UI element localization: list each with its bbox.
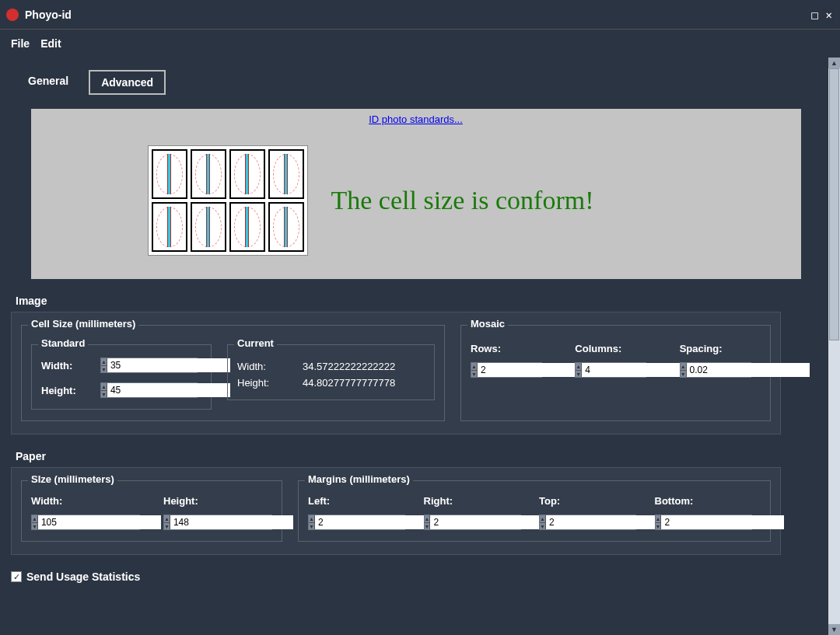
- preview-cell: [191, 149, 226, 199]
- margin-right-label: Right:: [424, 495, 530, 507]
- margin-left-label: Left:: [308, 495, 415, 507]
- tabs: General Advanced: [17, 70, 821, 95]
- spin-down-icon[interactable]: ▼: [101, 366, 107, 373]
- margin-right-spinbox[interactable]: ▲▼: [424, 515, 521, 530]
- standard-legend: Standard: [38, 337, 88, 349]
- margin-top-spinbox[interactable]: ▲▼: [539, 515, 636, 530]
- columns-spinbox[interactable]: ▲▼: [575, 362, 646, 378]
- cur-height-label: Height:: [237, 377, 292, 389]
- paper-width-spinbox[interactable]: ▲▼: [31, 515, 140, 530]
- paper-height-input[interactable]: [170, 515, 293, 529]
- menu-edit[interactable]: Edit: [40, 37, 61, 50]
- cur-width-label: Width:: [237, 361, 292, 372]
- image-section-title: Image: [16, 295, 821, 307]
- cell-size-fieldset: Cell Size (millimeters) Standard Width: …: [21, 325, 445, 421]
- margins-fieldset: Margins (millimeters) Left: ▲▼ Right: ▲▼: [298, 480, 771, 542]
- preview-cell: [191, 202, 226, 252]
- preview-cell: [152, 202, 187, 252]
- mosaic-preview: [148, 145, 308, 256]
- std-height-input[interactable]: [107, 383, 230, 397]
- spin-down-icon[interactable]: ▼: [576, 371, 581, 378]
- mosaic-legend: Mosaic: [467, 318, 508, 330]
- tab-general[interactable]: General: [17, 70, 79, 95]
- margin-bottom-label: Bottom:: [655, 495, 761, 507]
- spin-down-icon[interactable]: ▼: [656, 523, 661, 530]
- preview-pane: ID photo standards... The cell size is c…: [31, 109, 801, 279]
- scroll-down-arrow[interactable]: ▼: [828, 624, 840, 635]
- image-panel: Cell Size (millimeters) Standard Width: …: [11, 312, 781, 434]
- send-stats-label: Send Usage Statistics: [26, 570, 140, 583]
- margin-bottom-spinbox[interactable]: ▲▼: [655, 515, 752, 530]
- spin-up-icon[interactable]: ▲: [576, 363, 581, 371]
- content-area: General Advanced ID photo standards...: [0, 58, 828, 635]
- preview-cell: [268, 149, 304, 199]
- cur-width-value: 34.57222222222222: [303, 361, 425, 372]
- spin-down-icon[interactable]: ▼: [540, 523, 545, 530]
- rows-spinbox[interactable]: ▲▼: [471, 362, 542, 378]
- menubar: File Edit: [0, 30, 840, 58]
- cur-height-value: 44.80277777777778: [303, 377, 425, 389]
- margin-top-input[interactable]: [546, 515, 669, 529]
- spin-down-icon[interactable]: ▼: [425, 523, 430, 530]
- preview-cell: [229, 202, 265, 252]
- std-width-spinbox[interactable]: ▲▼: [100, 358, 198, 373]
- spin-up-icon[interactable]: ▲: [540, 515, 545, 523]
- paper-height-spinbox[interactable]: ▲▼: [163, 515, 272, 530]
- titlebar[interactable]: Phoyo-id □ ✕: [0, 0, 840, 30]
- current-fieldset: Current Width: 34.57222222222222 Height:…: [227, 344, 435, 400]
- spin-up-icon[interactable]: ▲: [309, 515, 314, 523]
- spin-down-icon[interactable]: ▼: [101, 391, 107, 398]
- spin-up-icon[interactable]: ▲: [681, 363, 686, 371]
- paper-width-label: Width:: [31, 495, 140, 507]
- menu-file[interactable]: File: [11, 37, 30, 50]
- mosaic-fieldset: Mosaic Rows: Columns: Spacing: ▲▼ ▲▼ ▲▼: [460, 325, 771, 421]
- margin-left-input[interactable]: [315, 515, 438, 529]
- paper-size-legend: SIze (millimeters): [28, 473, 117, 485]
- rows-label: Rows:: [471, 343, 551, 354]
- spin-down-icon[interactable]: ▼: [309, 523, 314, 530]
- spin-up-icon[interactable]: ▲: [656, 515, 661, 523]
- spin-down-icon[interactable]: ▼: [681, 371, 686, 378]
- preview-cell: [152, 149, 187, 199]
- spin-up-icon[interactable]: ▲: [101, 358, 107, 366]
- window-title: Phoyo-id: [25, 9, 72, 21]
- std-height-spinbox[interactable]: ▲▼: [100, 382, 198, 398]
- margin-bottom-input[interactable]: [661, 515, 784, 529]
- std-width-input[interactable]: [107, 358, 230, 372]
- std-height-label: Height:: [41, 385, 96, 396]
- conform-message: The cell size is conform!: [331, 186, 594, 215]
- preview-cell: [229, 149, 265, 199]
- scrollbar-thumb[interactable]: [829, 68, 839, 340]
- spacing-input[interactable]: [687, 363, 810, 377]
- spin-up-icon[interactable]: ▲: [164, 515, 170, 523]
- scroll-up-arrow[interactable]: ▲: [828, 58, 840, 68]
- paper-width-input[interactable]: [38, 515, 161, 529]
- tab-advanced[interactable]: Advanced: [89, 70, 166, 95]
- spin-down-icon[interactable]: ▼: [164, 523, 170, 530]
- close-button[interactable]: ✕: [824, 9, 834, 21]
- margin-left-spinbox[interactable]: ▲▼: [308, 515, 405, 530]
- spin-down-icon[interactable]: ▼: [32, 523, 37, 530]
- spin-down-icon[interactable]: ▼: [471, 371, 477, 378]
- app-icon: [6, 9, 19, 21]
- vertical-scrollbar[interactable]: ▲ ▼: [828, 58, 840, 635]
- margin-right-input[interactable]: [430, 515, 553, 529]
- cell-size-legend: Cell Size (millimeters): [28, 318, 138, 330]
- columns-label: Columns:: [575, 343, 656, 354]
- standards-link[interactable]: ID photo standards...: [369, 113, 463, 125]
- paper-panel: SIze (millimeters) Width: ▲▼ Height: ▲▼: [11, 467, 781, 555]
- standard-fieldset: Standard Width: ▲▼ Height: ▲▼: [31, 344, 212, 410]
- send-stats-checkbox[interactable]: ✓: [11, 571, 22, 582]
- spacing-spinbox[interactable]: ▲▼: [680, 362, 751, 378]
- spin-up-icon[interactable]: ▲: [32, 515, 37, 523]
- spin-up-icon[interactable]: ▲: [101, 383, 107, 391]
- spacing-label: Spacing:: [680, 343, 761, 354]
- paper-height-label: Height:: [163, 495, 272, 507]
- current-legend: Current: [234, 337, 277, 349]
- spin-up-icon[interactable]: ▲: [425, 515, 430, 523]
- maximize-button[interactable]: □: [810, 9, 819, 21]
- std-width-label: Width:: [41, 360, 96, 372]
- spin-up-icon[interactable]: ▲: [471, 363, 477, 371]
- paper-size-fieldset: SIze (millimeters) Width: ▲▼ Height: ▲▼: [21, 480, 282, 542]
- preview-cell: [268, 202, 304, 252]
